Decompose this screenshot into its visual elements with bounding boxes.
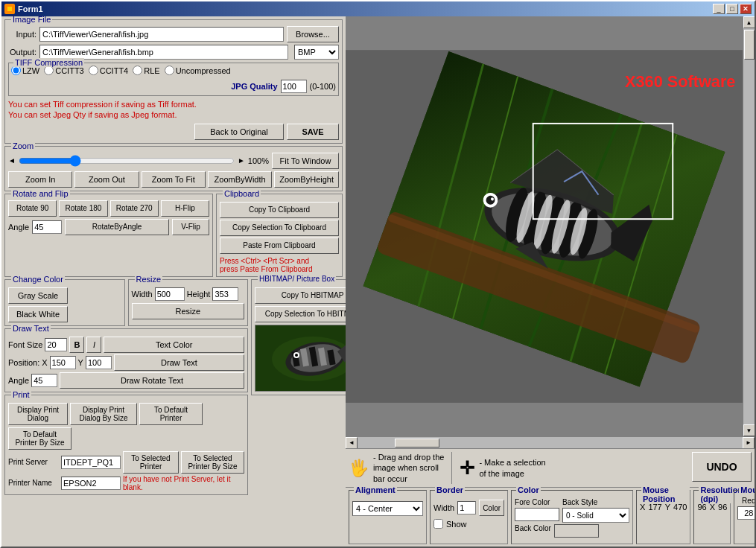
resize-height-input[interactable] [212, 287, 238, 301]
hflip-button[interactable]: H-Flip [161, 200, 209, 217]
output-path[interactable] [39, 45, 288, 60]
image-thumbnail [255, 325, 346, 392]
close-button[interactable]: ✕ [740, 4, 752, 14]
zoom-group: Zoom ◄ ► 100% Fit To Window Zoom In Zoom… [4, 146, 343, 191]
to-default-printer-by-size-button[interactable]: To Default Printer By Size [8, 427, 72, 450]
vertical-scrollbar[interactable]: ▲ ▼ [743, 16, 755, 436]
rotate-flip-group: Rotate and Flip Rotate 90 Rotate 180 Rot… [4, 194, 213, 277]
minimize-button[interactable]: _ [713, 4, 725, 14]
rotate-by-angle-button[interactable]: RotateByAngle [65, 219, 169, 235]
zoom-in-button[interactable]: Zoom In [8, 171, 72, 188]
zoom-out-button[interactable]: Zoom Out [74, 171, 139, 188]
scroll-right-button[interactable]: ► [743, 437, 755, 449]
black-white-button[interactable]: Black White [8, 306, 68, 322]
zoom-label: Zoom [11, 141, 35, 150]
format-select[interactable]: BMPJPGPNGTIFF [294, 45, 339, 60]
fore-color-area: Fore Color [515, 498, 559, 523]
italic-button[interactable]: I [86, 337, 101, 353]
clipboard-label: Clipboard [223, 189, 261, 198]
display-print-dialog-by-size-button[interactable]: Display Print Dialog By Size [70, 403, 137, 425]
copy-selection-to-hbitmap-button[interactable]: Copy Selection To HBITMAP [255, 306, 346, 322]
scroll-up-button[interactable]: ▲ [743, 16, 755, 28]
window-title: Form1 [18, 4, 43, 13]
font-size-label: Font Size [8, 340, 42, 349]
angle-input[interactable] [32, 220, 62, 234]
gray-scale-button[interactable]: Gray Scale [8, 287, 68, 304]
mouse-y-label: Y [665, 503, 670, 512]
input-path[interactable] [39, 27, 284, 42]
scroll-track[interactable] [743, 28, 755, 424]
rotate180-button[interactable]: Rotate 180 [59, 200, 107, 217]
jpg-quality-input[interactable] [281, 80, 307, 93]
hscroll-track[interactable] [358, 437, 743, 448]
right-panel: X360 Software ▲ ▼ ◄ [346, 16, 755, 547]
back-style-label: Back Style [562, 498, 629, 506]
copy-selection-to-clipboard-button[interactable]: Copy Selection To Clipboard [220, 220, 339, 236]
back-color-button[interactable] [554, 524, 599, 538]
back-style-select[interactable]: 0 - Solid 1 - Transparent [562, 508, 629, 523]
alignment-select-area: 4 - Center 1 - Left 2 - Right 3 - Top 5 … [352, 501, 423, 516]
rotate270-button[interactable]: Rotate 270 [110, 200, 159, 217]
resize-button[interactable]: Resize [132, 303, 245, 319]
uncompressed-radio[interactable] [165, 66, 174, 75]
maximize-button[interactable]: □ [726, 4, 738, 14]
text-color-button[interactable]: Text Color [104, 337, 244, 353]
border-show-checkbox[interactable] [433, 519, 443, 529]
red-input[interactable] [737, 506, 755, 520]
draw-text-button[interactable]: Draw Text [114, 354, 244, 371]
hbitmap-buttons: Copy To HBITMAP Copy Selection To HBITMA… [255, 287, 346, 322]
alignment-select[interactable]: 4 - Center 1 - Left 2 - Right 3 - Top 5 … [352, 501, 423, 516]
pos-x-input[interactable] [50, 356, 76, 369]
rle-radio[interactable] [133, 66, 142, 75]
zoom-to-fit-button[interactable]: Zoom To Fit [142, 171, 206, 188]
save-button[interactable]: SAVE [287, 124, 339, 140]
pos-y-input[interactable] [86, 356, 112, 369]
printer-name-input[interactable] [61, 477, 121, 490]
right-lower: HBITMAP/ Picture Box Copy To HBITMAP Cop… [251, 279, 346, 395]
resize-width-input[interactable] [155, 287, 185, 301]
hbitmap-label: HBITMAP/ Picture Box [258, 275, 336, 283]
svg-rect-1 [7, 7, 12, 11]
vflip-button[interactable]: V-Flip [172, 219, 209, 235]
zoom-slider[interactable] [19, 155, 235, 167]
copy-to-hbitmap-button[interactable]: Copy To HBITMAP [255, 287, 346, 304]
fore-color-button[interactable] [515, 508, 559, 521]
left-lower: Change Color Gray Scale Black White Resi… [4, 279, 248, 495]
display-print-dialog-button[interactable]: Display Print Dialog [8, 403, 68, 425]
rotate90-button[interactable]: Rotate 90 [8, 200, 57, 217]
draw-text-row3: Angle Draw Rotate Text [8, 372, 244, 389]
fit-to-window-button[interactable]: Fit To Window [272, 153, 339, 169]
draw-angle-label: Angle [8, 376, 29, 385]
border-show-row: Show [433, 519, 504, 529]
select-icon[interactable]: ✛ [460, 458, 474, 479]
zoom-by-width-button[interactable]: ZoomByWidth [208, 171, 272, 188]
ccitt4-radio[interactable] [89, 66, 98, 75]
resize-dims-row: Width Height [132, 287, 245, 301]
image-file-group: Image File Input: Browse... Output: BMPJ… [4, 19, 343, 144]
draw-text-row1: Font Size B I Text Color [8, 337, 244, 353]
scroll-down-button[interactable]: ▼ [743, 424, 755, 436]
paste-from-clipboard-button[interactable]: Paste From Clipboard [220, 238, 339, 254]
browse-button[interactable]: Browse... [287, 26, 339, 42]
back-to-original-button[interactable]: Back to Original [194, 124, 284, 140]
undo-button[interactable]: UNDO [692, 452, 752, 482]
to-default-printer-button[interactable]: To Default Printer [139, 403, 203, 425]
draw-angle-input[interactable] [31, 374, 57, 387]
to-selected-printer-by-size-button[interactable]: To Selected Printer By Size [181, 451, 244, 474]
bold-button[interactable]: B [69, 337, 84, 353]
print-server-input[interactable] [61, 456, 121, 469]
zoom-by-height-button[interactable]: ZoomByHeight [274, 171, 339, 188]
font-size-input[interactable] [45, 338, 67, 351]
horizontal-scrollbar[interactable]: ◄ ► [346, 436, 755, 448]
drag-icon[interactable]: 🖐 [349, 459, 369, 478]
pixel-color-row: Red Green Blue Pixel Color [737, 497, 755, 525]
scroll-left-button[interactable]: ◄ [346, 437, 358, 449]
color-buttons: Gray Scale Black White [8, 287, 121, 322]
to-selected-printer-button[interactable]: To Selected Printer [123, 451, 179, 474]
copy-to-clipboard-button[interactable]: Copy To Clipboard [220, 202, 339, 218]
draw-rotate-text-button[interactable]: Draw Rotate Text [60, 372, 244, 389]
print-label: Print [11, 390, 31, 399]
separator1 [451, 452, 452, 484]
border-color-button[interactable]: Color [479, 500, 504, 516]
border-width-input[interactable] [457, 501, 476, 514]
